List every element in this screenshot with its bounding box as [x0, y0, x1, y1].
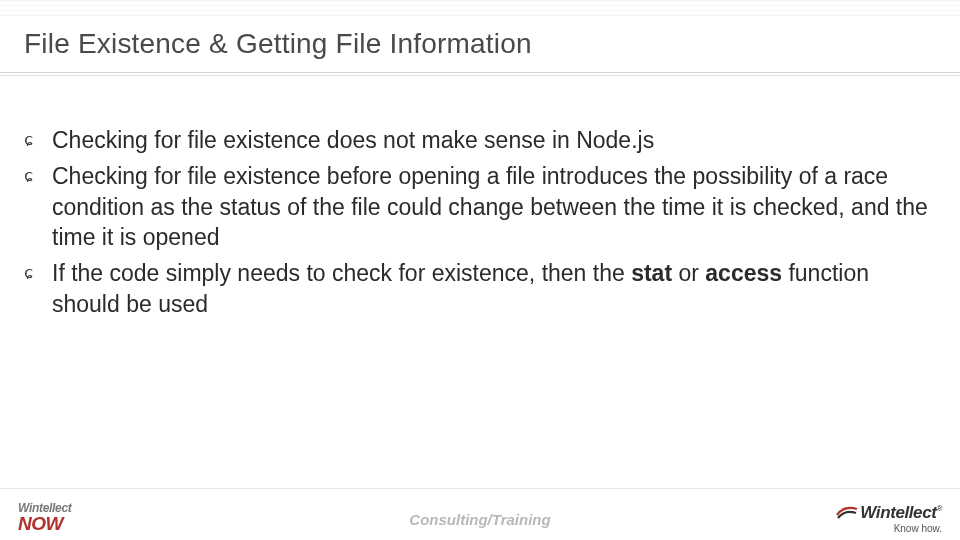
swoosh-icon	[836, 505, 858, 519]
registered-mark: ®	[937, 504, 943, 513]
bullet-item: ɕ Checking for file existence does not m…	[24, 125, 936, 155]
logo-wintellect-now: Wintellect NOW	[18, 501, 72, 532]
logo-right-tag: Know how.	[860, 523, 942, 534]
bullet-item: ɕ Checking for file existence before ope…	[24, 161, 936, 252]
decorative-top-lines	[0, 0, 960, 18]
bullet-item: ɕ If the code simply needs to check for …	[24, 258, 936, 319]
footer-tagline: Consulting/Training	[409, 511, 550, 528]
scribble-bullet-icon: ɕ	[24, 264, 46, 282]
slide-title: File Existence & Getting File Informatio…	[24, 28, 532, 60]
bullet-text: Checking for file existence before openi…	[52, 163, 928, 250]
scribble-bullet-icon: ɕ	[24, 131, 46, 149]
title-divider	[0, 72, 960, 73]
scribble-bullet-icon: ɕ	[24, 167, 46, 185]
slide-footer: Wintellect NOW Consulting/Training Winte…	[0, 488, 960, 540]
bullet-text: Checking for file existence does not mak…	[52, 127, 654, 153]
logo-right-brand: Wintellect	[860, 503, 936, 522]
logo-left-bottom: NOW	[18, 515, 72, 532]
slide-body: ɕ Checking for file existence does not m…	[24, 125, 936, 325]
logo-wintellect: Wintellect® Know how.	[860, 503, 942, 534]
bullet-text: If the code simply needs to check for ex…	[52, 260, 869, 316]
